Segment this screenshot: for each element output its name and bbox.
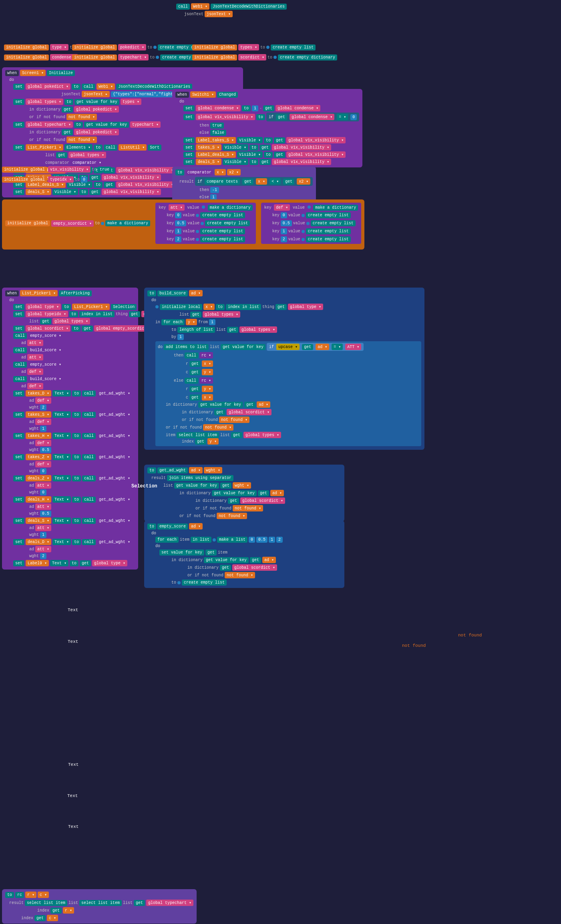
top-call-block: call Web1 ▾ JsonTextDecodeWithDictionari… (176, 3, 287, 17)
not-found-3: not found ▾ (219, 417, 249, 423)
init-global-label-pokedict: initialize global (72, 44, 117, 50)
init-global-types: initialize global types ▾ to create empt… (192, 44, 316, 50)
when-label: when (5, 70, 19, 76)
create-empty-list-1: create empty list (271, 44, 316, 50)
empty-scordict-block: initialize global empty_scordict ▾ to ma… (2, 199, 364, 250)
init-global-label-typechart: initialize global (72, 54, 117, 60)
scordict-var: scordict ▾ (238, 54, 266, 60)
not-found-4: not found ▾ (203, 424, 233, 431)
empty-score-fn-block: to empty_score ad ▾ do for each item in … (144, 521, 344, 588)
not-found-6: not found ▾ (217, 513, 247, 519)
method-label: JsonTextDecodeWithDictionaries (211, 4, 287, 10)
canvas: call Web1 ▾ JsonTextDecodeWithDictionari… (0, 0, 561, 924)
not-found-7: not found ▾ (225, 572, 255, 578)
text-label-5: Text (68, 762, 78, 767)
init-global-scordict: initialize global scordict ▾ to create e… (192, 54, 337, 60)
selection-label: Selection (131, 483, 157, 489)
not-found-5: not found ▾ (233, 505, 263, 511)
comparator-fn-block: to comparator x ▾ x2 ▾ result if compare… (172, 167, 316, 203)
typechart-var: typechart ▾ (118, 54, 149, 60)
pokedict-var: pokedict ▾ (118, 44, 146, 50)
rc-fn-block: to rc r ▾ c ▾ result select list item li… (2, 889, 197, 924)
not-found-label-2: not found (402, 643, 426, 648)
not-found-label-1: not found (458, 633, 482, 638)
jsontext-value: jsonText ▾ (205, 11, 233, 17)
param-label: jsonText (184, 12, 203, 16)
init-global-label-condense: initialize global (4, 54, 49, 60)
get-ad-wght-fn-block: to get_ad_wght ad ▾ wght ▾ result join i… (144, 465, 344, 521)
initialize-label: Initialize (47, 70, 75, 76)
screen1-label: Screen1 ▾ (20, 70, 46, 76)
text-label-3: Text (68, 639, 78, 644)
init-typeidx: initialize global typeidx ▾ to 0 (2, 176, 87, 183)
when-switch1-block: when Switch1 ▾ Changed do set global con… (172, 89, 362, 167)
text-label-1: Text (68, 824, 78, 829)
init-global-typechart: initialize global typechart ▾ to create … (72, 54, 205, 60)
when-listpicker-block: when List_Picker1 ▾ AfterPicking do set … (2, 288, 138, 570)
text-label-2: Text (68, 608, 78, 612)
init-v1x-visibility: initialize global v1x_visibility ▾ to tr… (2, 166, 111, 173)
init-global-label-scordict: initialize global (192, 54, 237, 60)
web1-label: Web1 ▾ (191, 3, 209, 10)
build-score-fn-block: to build_score ad ▾ do initialize local … (144, 288, 424, 450)
types-var: types ▾ (238, 44, 259, 50)
type-var: type ▾ (50, 44, 68, 50)
init-global-label-types: initialize global (192, 44, 237, 50)
text-label-4: Text (67, 793, 78, 798)
init-global-label-type: initialize global (4, 44, 49, 50)
create-empty-dict-2: create empty dictionary (278, 54, 337, 60)
call-label: call (176, 4, 190, 10)
